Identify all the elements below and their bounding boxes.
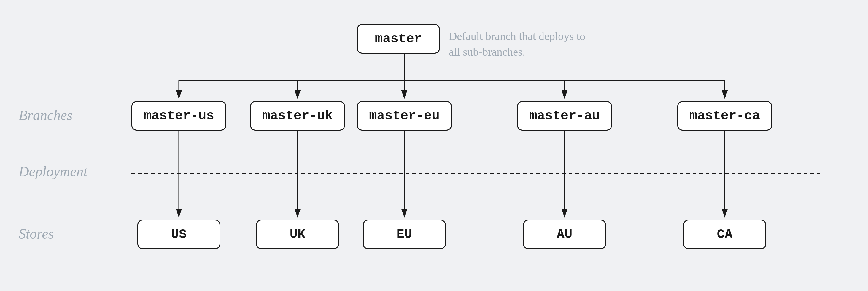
node-store-au: AU [523,220,606,249]
node-master-eu: master-eu [357,101,452,131]
node-store-uk: UK [256,220,339,249]
node-master-au: master-au [517,101,612,131]
node-store-eu: EU [363,220,446,249]
diagram-container: Branches Deployment Stores [19,12,849,279]
node-store-ca: CA [683,220,766,249]
node-master-uk: master-uk [250,101,345,131]
node-master-ca: master-ca [677,101,772,131]
node-master-us: master-us [131,101,226,131]
master-tooltip: Default branch that deploys to all sub-b… [449,29,585,60]
node-master: master [357,24,440,53]
node-store-us: US [137,220,220,249]
